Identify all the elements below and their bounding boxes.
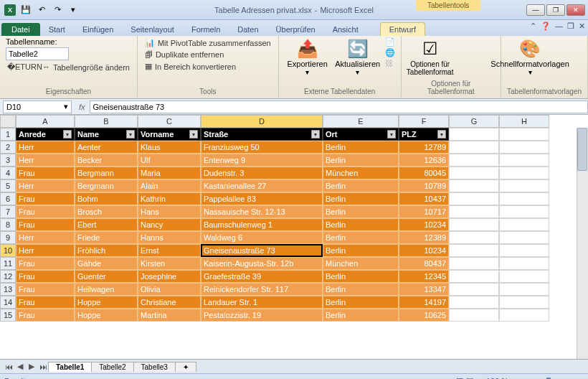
cell-F5[interactable]: 10789 bbox=[399, 179, 449, 192]
zoom-level[interactable]: 100 % bbox=[486, 377, 508, 380]
refresh-button[interactable]: 🔄Aktualisieren ▾ bbox=[335, 37, 381, 78]
cell-B10[interactable]: Fröhlich bbox=[75, 244, 138, 257]
pivot-button[interactable]: 📊Mit PivotTable zusammenfassen bbox=[143, 37, 272, 48]
table-header-vorname[interactable]: Vorname▼ bbox=[138, 128, 201, 141]
row-header-2[interactable]: 2 bbox=[0, 141, 16, 154]
cell-F6[interactable]: 10437 bbox=[399, 192, 449, 205]
row-header-6[interactable]: 6 bbox=[0, 192, 16, 205]
row-header-11[interactable]: 11 bbox=[0, 257, 16, 270]
cell-H3[interactable] bbox=[499, 154, 549, 167]
cell-A4[interactable]: Frau bbox=[16, 167, 75, 179]
cell-G11[interactable] bbox=[449, 257, 499, 270]
vertical-scrollbar[interactable] bbox=[577, 128, 588, 359]
cell-E13[interactable]: Berlin bbox=[323, 283, 399, 296]
cell-C14[interactable]: Christiane bbox=[138, 296, 201, 309]
cell-A5[interactable]: Herr bbox=[16, 179, 75, 192]
cell-E6[interactable]: Berlin bbox=[323, 192, 399, 205]
prev-sheet-button[interactable]: ◀ bbox=[14, 362, 26, 371]
filter-dropdown-icon[interactable]: ▼ bbox=[437, 130, 446, 139]
save-button[interactable]: 💾 bbox=[19, 3, 33, 17]
col-header-G[interactable]: G bbox=[449, 115, 499, 128]
cell-D15[interactable]: Pestalozzistr. 19 bbox=[201, 309, 323, 322]
cell-H2[interactable] bbox=[499, 141, 549, 154]
cell-F13[interactable]: 13347 bbox=[399, 283, 449, 296]
col-header-B[interactable]: B bbox=[75, 115, 138, 128]
cell-A15[interactable]: Frau bbox=[16, 309, 75, 322]
select-all-corner[interactable] bbox=[0, 115, 16, 128]
cell-A3[interactable]: Herr bbox=[16, 154, 75, 167]
cell-H8[interactable] bbox=[499, 218, 549, 231]
cell-A7[interactable]: Frau bbox=[16, 205, 75, 218]
cell-H7[interactable] bbox=[499, 205, 549, 218]
zoom-out-button[interactable]: − bbox=[511, 377, 516, 380]
doc-restore-icon[interactable]: ❐ bbox=[567, 22, 574, 31]
cell-D9[interactable]: Waldweg 6 bbox=[201, 231, 323, 244]
table-name-input[interactable] bbox=[6, 47, 69, 60]
next-sheet-button[interactable]: ▶ bbox=[26, 362, 37, 371]
formula-input[interactable]: Gneisenaustraße 73 bbox=[90, 100, 588, 113]
maximize-button[interactable]: ❐ bbox=[546, 4, 565, 16]
cell-E9[interactable]: Berlin bbox=[323, 231, 399, 244]
cell-A9[interactable]: Herr bbox=[16, 231, 75, 244]
help-icon[interactable]: ❓ bbox=[541, 22, 551, 31]
cell-G12[interactable] bbox=[449, 270, 499, 283]
sheet-tab-3[interactable]: Tabelle3 bbox=[133, 362, 176, 372]
cell-F12[interactable]: 12345 bbox=[399, 270, 449, 283]
row-header-1[interactable]: 1 bbox=[0, 128, 16, 141]
cell-C11[interactable]: Kirsten bbox=[138, 257, 201, 270]
row-header-15[interactable]: 15 bbox=[0, 309, 16, 322]
cell-F14[interactable]: 14197 bbox=[399, 296, 449, 309]
table-header-straße[interactable]: Straße▼ bbox=[201, 128, 323, 141]
last-sheet-button[interactable]: ⏭ bbox=[37, 362, 49, 371]
cell-C8[interactable]: Nancy bbox=[138, 218, 201, 231]
minimize-ribbon-icon[interactable]: ⌃ bbox=[530, 22, 536, 31]
cell-F7[interactable]: 10717 bbox=[399, 205, 449, 218]
cell-G7[interactable] bbox=[449, 205, 499, 218]
minimize-button[interactable]: — bbox=[526, 4, 545, 16]
table-header-ort[interactable]: Ort▼ bbox=[323, 128, 399, 141]
tab-start[interactable]: Start bbox=[40, 23, 74, 36]
cell-A2[interactable]: Herr bbox=[16, 141, 75, 154]
row-header-9[interactable]: 9 bbox=[0, 231, 16, 244]
cell-G1[interactable] bbox=[449, 128, 499, 141]
cell-A8[interactable]: Frau bbox=[16, 218, 75, 231]
style-options-button[interactable]: ☑Optionen für Tabellenformat bbox=[407, 37, 453, 78]
tab-daten[interactable]: Daten bbox=[229, 23, 267, 36]
remove-dup-button[interactable]: 🗐Duplikate entfernen bbox=[143, 50, 272, 60]
first-sheet-button[interactable]: ⏮ bbox=[3, 362, 14, 371]
cell-B5[interactable]: Bergmann bbox=[75, 179, 138, 192]
cell-E12[interactable]: Berlin bbox=[323, 270, 399, 283]
cell-E7[interactable]: Berlin bbox=[323, 205, 399, 218]
cell-C3[interactable]: Ulf bbox=[138, 154, 201, 167]
col-header-E[interactable]: E bbox=[323, 115, 399, 128]
row-header-7[interactable]: 7 bbox=[0, 205, 16, 218]
qat-customize[interactable]: ▾ bbox=[66, 3, 80, 17]
cell-B11[interactable]: Gähde bbox=[75, 257, 138, 270]
view-break-icon[interactable]: ▭ bbox=[476, 376, 483, 379]
cell-D13[interactable]: Reinickendorfer Str. 117 bbox=[201, 283, 323, 296]
cell-G15[interactable] bbox=[449, 309, 499, 322]
cell-D6[interactable]: Pappelallee 83 bbox=[201, 192, 323, 205]
cell-H4[interactable] bbox=[499, 167, 549, 179]
filter-dropdown-icon[interactable]: ▼ bbox=[387, 130, 396, 139]
cell-D8[interactable]: Baumschulenweg 1 bbox=[201, 218, 323, 231]
cell-A14[interactable]: Frau bbox=[16, 296, 75, 309]
close-button[interactable]: ✕ bbox=[566, 4, 585, 16]
new-sheet-button[interactable]: ✦ bbox=[175, 362, 196, 372]
cell-H12[interactable] bbox=[499, 270, 549, 283]
filter-dropdown-icon[interactable]: ▼ bbox=[311, 130, 320, 139]
cell-D2[interactable]: Franziusweg 50 bbox=[201, 141, 323, 154]
cell-C9[interactable]: Hanns bbox=[138, 231, 201, 244]
row-header-8[interactable]: 8 bbox=[0, 218, 16, 231]
cell-E2[interactable]: Berlin bbox=[323, 141, 399, 154]
cell-D3[interactable]: Entenweg 9 bbox=[201, 154, 323, 167]
cell-H6[interactable] bbox=[499, 192, 549, 205]
tab-entwurf[interactable]: Entwurf bbox=[380, 22, 425, 36]
doc-close-icon[interactable]: ✕ bbox=[579, 22, 585, 31]
cell-B7[interactable]: Brosch bbox=[75, 205, 138, 218]
cell-A10[interactable]: Herr bbox=[16, 244, 75, 257]
cell-D7[interactable]: Nassauische Str. 12-13 bbox=[201, 205, 323, 218]
cell-F11[interactable]: 80437 bbox=[399, 257, 449, 270]
cell-D12[interactable]: Graefestraße 39 bbox=[201, 270, 323, 283]
cell-F15[interactable]: 10625 bbox=[399, 309, 449, 322]
